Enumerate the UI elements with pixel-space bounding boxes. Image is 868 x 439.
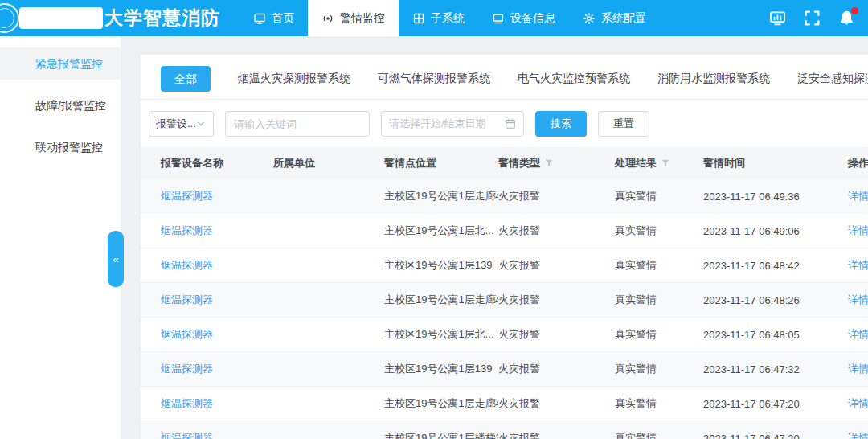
column-header-报警设备名称: 报警设备名称 — [161, 156, 273, 170]
nav-menu: 首页警情监控子系统设备信息系统配置 — [240, 0, 660, 36]
column-header-label: 所属单位 — [273, 156, 315, 170]
action-link-详情[interactable]: 详情 — [848, 293, 868, 307]
notification-bell[interactable] — [838, 10, 855, 27]
result-cell: 真实警情 — [615, 189, 703, 203]
device-name-link[interactable]: 烟温探测器 — [161, 327, 273, 342]
table-header: 报警设备名称所属单位警情点位置警情类型处理结果警情时间操作 — [141, 147, 868, 179]
time-cell: 2023-11-17 06:49:36 — [703, 191, 848, 203]
action-link-详情[interactable]: 详情 — [848, 327, 868, 342]
result-cell: 真实警情 — [615, 362, 703, 376]
filter-bar: 报警设... 请选择开始/结束日期 搜索 重置 — [149, 111, 868, 137]
sidebar-item-紧急报警监控[interactable]: 紧急报警监控 — [0, 47, 121, 80]
filter-funnel-icon[interactable] — [661, 158, 670, 168]
nav-item-系统配置[interactable]: 系统配置 — [569, 0, 660, 36]
nav-item-label: 设备信息 — [510, 11, 555, 26]
device-info-icon — [492, 12, 505, 25]
tab-全部[interactable]: 全部 — [161, 66, 211, 92]
sidebar-item-联动报警监控[interactable]: 联动报警监控 — [0, 131, 121, 163]
nav-right-icons — [769, 10, 868, 27]
result-cell: 真实警情 — [615, 327, 703, 342]
location-cell: 主校区19号公寓1层楼梯3 — [384, 431, 498, 439]
column-header-label: 操作 — [848, 156, 868, 170]
collapse-chevron-icon: « — [113, 253, 118, 265]
alarm-type-cell: 火灾报警 — [498, 396, 615, 411]
time-cell: 2023-11-17 06:48:26 — [703, 294, 848, 306]
tab-电气火灾监控预警系统[interactable]: 电气火灾监控预警系统 — [518, 72, 630, 86]
column-header-操作: 操作 — [848, 156, 868, 170]
nav-item-警情监控[interactable]: 警情监控 — [308, 0, 399, 36]
location-cell: 主校区19号公寓1层走廊4 — [384, 293, 498, 307]
device-name-link[interactable]: 烟温探测器 — [161, 293, 273, 307]
time-cell: 2023-11-17 06:47:20 — [703, 398, 848, 410]
nav-item-label: 首页 — [272, 11, 294, 26]
actions-cell: 详情处理 — [848, 293, 868, 307]
app-logo — [0, 3, 19, 33]
search-button[interactable]: 搜索 — [535, 111, 587, 137]
column-header-处理结果: 处理结果 — [615, 156, 703, 170]
tab-可燃气体探测报警系统[interactable]: 可燃气体探测报警系统 — [378, 72, 490, 86]
home-icon — [253, 12, 266, 25]
tab-消防用水监测报警系统[interactable]: 消防用水监测报警系统 — [657, 72, 770, 86]
device-name-link[interactable]: 烟温探测器 — [161, 189, 273, 203]
action-link-详情[interactable]: 详情 — [848, 224, 868, 238]
alarm-type-cell: 火灾报警 — [498, 224, 615, 238]
location-cell: 主校区19号公寓1层北... — [384, 327, 498, 342]
table-row: 烟温探测器主校区19号公寓1层139火灾报警真实警情2023-11-17 06:… — [141, 248, 868, 283]
action-link-详情[interactable]: 详情 — [848, 362, 868, 376]
action-link-详情[interactable]: 详情 — [848, 189, 868, 203]
reset-button[interactable]: 重置 — [598, 111, 649, 137]
sidebar-collapse-handle[interactable]: « — [108, 231, 124, 287]
action-link-详情[interactable]: 详情 — [848, 258, 868, 273]
device-name-link[interactable]: 烟温探测器 — [161, 224, 273, 238]
table-row: 烟温探测器主校区19号公寓1层走廊4火灾报警真实警情2023-11-17 06:… — [141, 387, 868, 421]
chart-icon[interactable] — [769, 10, 786, 27]
action-link-详情[interactable]: 详情 — [848, 396, 868, 411]
actions-cell: 详情处理 — [848, 224, 868, 238]
tab-泛安全感知探测报警系统[interactable]: 泛安全感知探测报警系统 — [797, 72, 868, 86]
subsystem-icon — [412, 12, 425, 25]
time-cell: 2023-11-17 06:47:20 — [703, 433, 848, 439]
date-range-input[interactable]: 请选择开始/结束日期 — [381, 111, 524, 137]
location-cell: 主校区19号公寓1层走廊4 — [384, 189, 498, 203]
nav-item-子系统[interactable]: 子系统 — [399, 0, 478, 36]
time-cell: 2023-11-17 06:48:05 — [703, 329, 848, 341]
title-redaction-blob — [19, 7, 103, 29]
device-name-link[interactable]: 烟温探测器 — [161, 258, 273, 273]
sidebar-item-故障/报警监控[interactable]: 故障/报警监控 — [0, 89, 121, 121]
device-name-link[interactable]: 烟温探测器 — [161, 431, 273, 439]
alarm-type-cell: 火灾报警 — [498, 431, 615, 439]
device-type-select[interactable]: 报警设... — [149, 111, 214, 137]
table-body: 烟温探测器主校区19号公寓1层走廊4火灾报警真实警情2023-11-17 06:… — [141, 179, 868, 439]
alarm-type-cell: 火灾报警 — [498, 293, 615, 307]
nav-item-label: 子系统 — [431, 11, 465, 26]
time-cell: 2023-11-17 06:49:06 — [703, 225, 848, 237]
sidebar-menu: 紧急报警监控故障/报警监控联动报警监控 — [0, 47, 121, 163]
notification-dot — [851, 7, 858, 14]
device-name-link[interactable]: 烟温探测器 — [161, 362, 273, 376]
nav-item-设备信息[interactable]: 设备信息 — [478, 0, 569, 36]
nav-item-label: 系统配置 — [601, 11, 646, 26]
filter-funnel-icon[interactable] — [544, 158, 554, 168]
alarm-table: 报警设备名称所属单位警情点位置警情类型处理结果警情时间操作 烟温探测器主校区19… — [141, 147, 868, 439]
column-header-label: 报警设备名称 — [161, 156, 223, 170]
tab-烟温火灾探测报警系统[interactable]: 烟温火灾探测报警系统 — [238, 72, 350, 86]
table-row: 烟温探测器主校区19号公寓1层北...火灾报警真实警情2023-11-17 06… — [141, 318, 868, 352]
table-row: 烟温探测器主校区19号公寓1层北...火灾报警真实警情2023-11-17 06… — [141, 214, 868, 248]
chevron-down-icon — [195, 118, 207, 129]
keyword-input[interactable] — [225, 111, 370, 137]
content-card: 全部烟温火灾探测报警系统可燃气体探测报警系统电气火灾监控预警系统消防用水监测报警… — [141, 55, 868, 439]
nav-item-首页[interactable]: 首页 — [240, 0, 308, 36]
column-header-label: 警情类型 — [498, 156, 540, 170]
action-link-详情[interactable]: 详情 — [848, 431, 868, 439]
alarm-type-cell: 火灾报警 — [498, 327, 615, 342]
column-header-label: 处理结果 — [615, 156, 657, 170]
time-cell: 2023-11-17 06:47:32 — [703, 363, 848, 375]
table-row: 烟温探测器主校区19号公寓1层走廊4火灾报警真实警情2023-11-17 06:… — [141, 283, 868, 318]
column-header-label: 警情点位置 — [384, 156, 436, 170]
column-header-label: 警情时间 — [703, 156, 745, 170]
result-cell: 真实警情 — [615, 224, 703, 238]
time-cell: 2023-11-17 06:48:42 — [703, 260, 848, 272]
result-cell: 真实警情 — [615, 431, 703, 439]
fullscreen-icon[interactable] — [804, 10, 821, 27]
device-name-link[interactable]: 烟温探测器 — [161, 396, 273, 411]
